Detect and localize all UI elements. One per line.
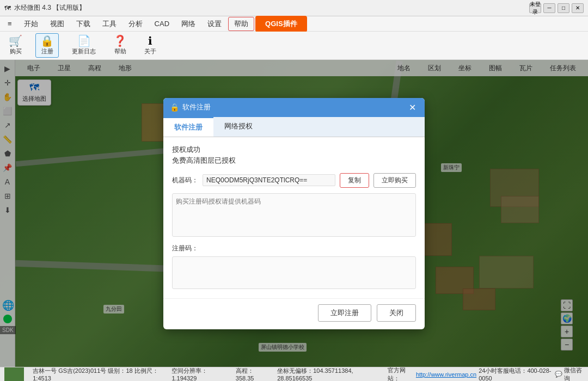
coord-system-info: 吉林一号 GS吉(2023)011号 级别：18 比例尺：1:4513 xyxy=(33,367,163,381)
reg-code-textarea-placeholder[interactable] xyxy=(172,193,416,237)
update-log-icon: 📄 xyxy=(77,35,91,46)
coordinate-info: 坐标无偏移：104.35711384, 28.85166535 xyxy=(277,367,379,381)
auth-status-value: 免费高清图层已授权 xyxy=(172,156,416,165)
menu-view[interactable]: 视图 xyxy=(45,17,70,30)
dialog-tabs: 软件注册 网络授权 xyxy=(163,117,425,137)
website-link[interactable]: http://www.rivermap.cn xyxy=(416,371,476,378)
wechat-button[interactable]: 💬 微信咨询 xyxy=(555,366,584,382)
menu-network[interactable]: 网络 xyxy=(176,17,201,30)
menu-tools[interactable]: 工具 xyxy=(97,17,122,30)
modal-overlay: 🔒 软件注册 ✕ 软件注册 网络授权 授权成功 免费高清图层已授权 机器码： N… xyxy=(0,60,588,367)
buy-label: 购买 xyxy=(10,47,22,56)
menu-download[interactable]: 下载 xyxy=(71,17,96,30)
status-bar: 吉林一号 GS吉(2023)011号 级别：18 比例尺：1:4513 空间分辨… xyxy=(0,367,588,381)
dialog-tab-network-auth[interactable]: 网络授权 xyxy=(213,117,264,137)
copy-machine-code-button[interactable]: 复制 xyxy=(340,173,369,188)
title-bar: 🗺 水经微图 4.3 【试用版】 未登录 ─ □ ✕ xyxy=(0,0,588,16)
login-button[interactable]: 未登录 xyxy=(529,3,541,13)
close-button[interactable]: ✕ xyxy=(572,3,584,13)
toolbar-update-log[interactable]: 📄 更新日志 xyxy=(68,34,100,57)
help-icon: ❓ xyxy=(113,35,127,46)
qgis-plugin-button[interactable]: QGIS插件 xyxy=(255,16,307,32)
hamburger-menu[interactable]: ≡ xyxy=(2,18,17,29)
software-register-dialog: 🔒 软件注册 ✕ 软件注册 网络授权 授权成功 免费高清图层已授权 机器码： N… xyxy=(163,98,425,329)
register-label: 注册 xyxy=(41,47,53,56)
website-label: 官方网站： xyxy=(388,366,413,382)
dialog-close-button[interactable]: ✕ xyxy=(407,102,418,113)
dialog-title-text: 软件注册 xyxy=(182,102,211,112)
spatial-resolution-info: 空间分辨率：1.194329 xyxy=(171,367,226,381)
map-container[interactable]: 大田坝 盘山口 新珠宁 九分田 屏山镇明德小学校 ▶ ✛ ✋ ⬜ ↗ 📏 ⬟ 📌… xyxy=(0,60,588,367)
dialog-footer: 立即注册 关闭 xyxy=(163,298,425,329)
register-now-button[interactable]: 立即注册 xyxy=(318,304,371,322)
reg-code-input[interactable] xyxy=(172,256,416,289)
dialog-title-icon: 🔒 xyxy=(170,103,179,112)
reg-code-section: 注册码： xyxy=(172,244,416,291)
buy-now-button[interactable]: 立即购买 xyxy=(373,173,416,188)
wechat-icon: 💬 xyxy=(555,371,562,378)
buy-icon: 🛒 xyxy=(9,35,22,46)
register-icon: 🔒 xyxy=(40,35,54,46)
dialog-tab-software-reg[interactable]: 软件注册 xyxy=(163,117,213,137)
about-icon: ℹ xyxy=(148,35,152,46)
toolbar: 🛒 购买 🔒 注册 📄 更新日志 ❓ 帮助 ℹ 关于 xyxy=(0,32,588,60)
dialog-footer-close-button[interactable]: 关闭 xyxy=(377,304,416,322)
menu-bar: ≡ 开始 视图 下载 工具 分析 CAD 网络 设置 帮助 QGIS插件 xyxy=(0,16,588,32)
auth-status-label: 授权成功 xyxy=(172,145,416,155)
minimize-button[interactable]: ─ xyxy=(543,3,555,13)
reg-code-label: 注册码： xyxy=(172,244,416,253)
app-title: 🗺 水经微图 4.3 【试用版】 xyxy=(4,3,85,13)
machine-code-value: NEQ0ODM5RjQ3NTE2QTlCRQ== xyxy=(203,174,335,186)
maximize-button[interactable]: □ xyxy=(558,3,569,13)
toolbar-about[interactable]: ℹ 关于 xyxy=(140,34,161,57)
dialog-body: 授权成功 免费高清图层已授权 机器码： NEQ0ODM5RjQ3NTE2QTlC… xyxy=(163,137,425,298)
mini-map xyxy=(4,367,24,382)
machine-code-label: 机器码： xyxy=(172,176,198,185)
toolbar-buy[interactable]: 🛒 购买 xyxy=(4,34,27,57)
wechat-label: 微信咨询 xyxy=(564,366,584,382)
toolbar-register[interactable]: 🔒 注册 xyxy=(35,33,59,58)
menu-analyze[interactable]: 分析 xyxy=(123,17,148,30)
elevation-info: 高程：358.35 xyxy=(236,367,268,381)
update-log-label: 更新日志 xyxy=(72,47,96,56)
menu-start[interactable]: 开始 xyxy=(19,17,44,30)
menu-help[interactable]: 帮助 xyxy=(228,17,254,31)
window-controls: 未登录 ─ □ ✕ xyxy=(529,3,584,13)
app-icon: 🗺 xyxy=(4,4,11,12)
about-label: 关于 xyxy=(144,47,156,56)
menu-cad[interactable]: CAD xyxy=(149,18,175,29)
phone-info: 24小时客服电话：400-028-0050 xyxy=(479,367,553,381)
menu-settings[interactable]: 设置 xyxy=(202,17,227,30)
dialog-titlebar: 🔒 软件注册 ✕ xyxy=(163,98,425,117)
machine-code-row: 机器码： NEQ0ODM5RjQ3NTE2QTlCRQ== 复制 立即购买 xyxy=(172,173,416,188)
help-label: 帮助 xyxy=(114,47,126,56)
toolbar-help[interactable]: ❓ 帮助 xyxy=(109,34,131,57)
